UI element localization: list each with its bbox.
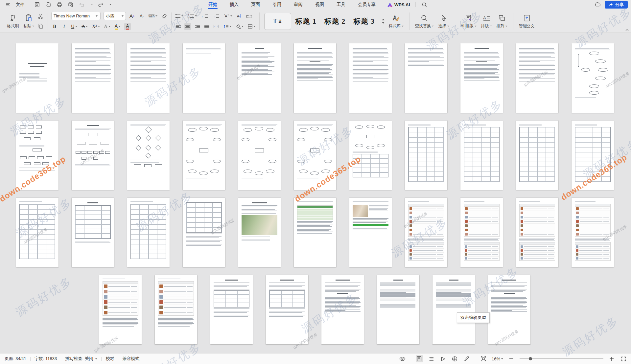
page-thumbnail[interactable] (377, 275, 419, 344)
style-item-2[interactable]: 标题 2 (320, 13, 350, 30)
page-thumbnail[interactable] (238, 198, 281, 267)
page-thumbnail[interactable] (238, 121, 281, 190)
page-thumbnail[interactable] (572, 121, 614, 190)
style-item-1[interactable]: 标题 1 (291, 13, 320, 30)
page-thumbnail[interactable] (516, 43, 558, 113)
page-thumbnail[interactable] (572, 43, 614, 113)
font-size-combo[interactable]: 小四 (104, 12, 126, 20)
page-thumbnail[interactable] (183, 43, 225, 113)
page-thumbnail[interactable] (127, 43, 170, 113)
page-thumbnail[interactable] (460, 43, 503, 113)
page-thumbnail[interactable] (127, 198, 170, 267)
text-effect-button[interactable]: A (104, 23, 111, 30)
pinyin-guide-button[interactable]: wén (148, 12, 158, 20)
word-count[interactable]: 字数: 11833 (31, 356, 61, 362)
cloud-sync-icon[interactable] (594, 1, 601, 8)
gallery-scroll-down-icon[interactable] (382, 22, 385, 24)
bullet-list-button[interactable] (175, 12, 184, 20)
page-view-button[interactable] (416, 355, 423, 362)
page-thumbnail[interactable] (72, 43, 114, 113)
bold-button[interactable]: B (51, 23, 58, 30)
tab-ruler-icon[interactable] (245, 12, 253, 20)
superscript-button[interactable]: X² (91, 23, 100, 30)
export-pdf-icon[interactable] (45, 1, 52, 8)
page-thumbnail[interactable] (72, 198, 114, 267)
tab-page[interactable]: 页面 (245, 0, 266, 9)
outline-view-button[interactable] (428, 355, 435, 362)
tab-wps-ai[interactable]: WPS AI (382, 2, 416, 7)
fullscreen-icon[interactable] (620, 355, 627, 362)
page-thumbnail[interactable] (488, 275, 530, 344)
arrange-button[interactable]: 排列 (494, 11, 510, 32)
align-center-button[interactable] (184, 23, 191, 30)
collapse-ribbon-icon[interactable] (625, 29, 629, 31)
page-thumbnail[interactable] (99, 275, 142, 344)
tab-review[interactable]: 审阅 (288, 0, 309, 9)
paste-button[interactable]: 粘贴 (21, 11, 36, 32)
read-aloud-icon[interactable] (451, 355, 458, 362)
page-thumbnail[interactable] (321, 275, 364, 344)
grow-font-button[interactable]: A+ (129, 12, 135, 20)
line-spacing-button[interactable] (223, 23, 232, 30)
distribute-button[interactable] (213, 23, 220, 30)
play-presentation-icon[interactable] (439, 355, 447, 362)
italic-button[interactable]: I (61, 23, 67, 30)
page-thumbnail[interactable] (460, 121, 503, 190)
tab-member[interactable]: 会员专享 (352, 0, 382, 9)
redo-icon[interactable] (97, 1, 104, 8)
page-thumbnail[interactable] (405, 121, 447, 190)
ink-pen-icon[interactable] (463, 355, 470, 362)
page-thumbnail[interactable] (72, 121, 114, 190)
tab-reference[interactable]: 引用 (266, 0, 288, 9)
sort-button[interactable]: A (236, 12, 243, 20)
numbered-list-button[interactable]: 12 (187, 12, 197, 20)
page-thumbnail[interactable] (349, 43, 392, 113)
page-thumbnail[interactable] (405, 198, 447, 267)
tab-home[interactable]: 开始 (202, 0, 223, 9)
compat-mode-indicator[interactable]: 兼容模式 (118, 356, 143, 362)
page-thumbnail[interactable] (432, 275, 475, 344)
undo-caret[interactable] (91, 4, 93, 5)
find-replace-button[interactable]: 查找替换 (413, 11, 436, 32)
quickbar-more-icon[interactable] (109, 4, 111, 5)
page-thumbnail[interactable] (238, 43, 281, 113)
page-thumbnail[interactable] (294, 121, 336, 190)
zoom-out-button[interactable] (508, 355, 515, 362)
shrink-font-button[interactable]: A- (138, 12, 145, 20)
style-item-3[interactable]: 标题 3 (349, 13, 379, 30)
smart-doc-button[interactable]: 智能公文 (517, 11, 537, 32)
page-thumbnail[interactable] (16, 43, 58, 113)
page-thumbnail[interactable] (516, 198, 558, 267)
decrease-indent-button[interactable]: ← (200, 12, 209, 20)
select-button[interactable]: 选择 (436, 11, 452, 32)
underline-button[interactable]: U (70, 23, 78, 30)
page-thumbnail[interactable] (155, 275, 197, 344)
page-indicator[interactable]: 页面: 34/41 (5, 356, 30, 362)
ai-layout-button[interactable]: AI 排版 (458, 11, 479, 32)
page-thumbnail[interactable] (405, 43, 447, 113)
page-thumbnail[interactable] (460, 198, 503, 267)
document-canvas[interactable]: 双击编辑页眉 (0, 33, 631, 353)
zoom-slider-handle[interactable] (529, 357, 532, 360)
justify-button[interactable] (203, 23, 210, 30)
page-thumbnail[interactable] (16, 198, 58, 267)
print-icon[interactable] (56, 1, 63, 8)
file-menu[interactable]: 文件 (16, 2, 24, 8)
format-painter-button[interactable]: 格式刷 (5, 11, 21, 32)
style-library-button[interactable]: A 样式库 (386, 11, 406, 32)
undo-icon[interactable] (79, 1, 85, 8)
page-thumbnail[interactable] (294, 43, 336, 113)
layout-button[interactable]: A 排版 (479, 11, 494, 32)
zoom-in-button[interactable] (608, 355, 615, 362)
proofread-button[interactable]: 校对 (102, 356, 118, 362)
page-thumbnail[interactable] (572, 198, 614, 267)
gallery-scroll-up-icon[interactable] (382, 19, 385, 20)
fit-page-icon[interactable] (480, 355, 487, 362)
print-preview-icon[interactable] (67, 1, 74, 8)
clear-format-button[interactable] (161, 12, 168, 20)
page-thumbnail[interactable] (210, 275, 253, 344)
main-menu-icon[interactable] (5, 1, 11, 8)
strikethrough-button[interactable]: A (81, 23, 88, 30)
border-button[interactable] (247, 23, 256, 30)
zoom-value[interactable]: 16% (492, 356, 503, 361)
